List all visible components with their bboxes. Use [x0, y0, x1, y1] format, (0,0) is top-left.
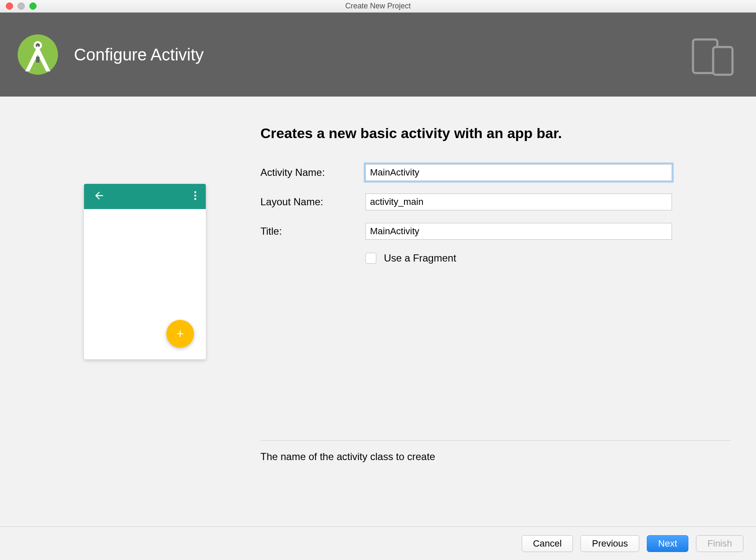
help-text: The name of the activity class to create — [260, 451, 731, 463]
preview-appbar — [84, 184, 206, 209]
window-title: Create New Project — [0, 2, 756, 10]
titlebar: Create New Project — [0, 0, 756, 13]
wizard-body: Creates a new basic activity with an app… — [0, 97, 756, 526]
form-factor-icon — [690, 37, 737, 81]
form-heading: Creates a new basic activity with an app… — [260, 125, 731, 141]
wizard-footer: Cancel Previous Next Finish — [0, 526, 756, 560]
back-arrow-icon — [93, 190, 105, 203]
form: Creates a new basic activity with an app… — [260, 125, 731, 463]
title-input[interactable] — [365, 223, 672, 240]
layout-name-label: Layout Name: — [260, 196, 365, 208]
maximize-icon[interactable] — [29, 3, 37, 10]
row-layout-name: Layout Name: — [260, 194, 731, 210]
android-studio-logo-icon — [17, 34, 59, 76]
svg-rect-5 — [713, 47, 732, 75]
row-use-fragment: Use a Fragment — [365, 252, 731, 264]
fab-icon — [166, 320, 194, 348]
use-fragment-checkbox[interactable] — [365, 253, 376, 264]
row-title: Title: — [260, 223, 731, 240]
activity-name-input[interactable] — [365, 164, 672, 181]
svg-point-6 — [194, 191, 197, 194]
page-title: Configure Activity — [74, 45, 204, 64]
use-fragment-label: Use a Fragment — [384, 252, 456, 264]
previous-button[interactable]: Previous — [580, 535, 639, 552]
minimize-icon[interactable] — [18, 3, 25, 10]
close-icon[interactable] — [6, 3, 13, 10]
finish-button: Finish — [696, 535, 743, 552]
row-activity-name: Activity Name: — [260, 164, 731, 181]
next-button[interactable]: Next — [647, 535, 688, 552]
activity-preview — [84, 184, 206, 359]
cancel-button[interactable]: Cancel — [522, 535, 573, 552]
layout-name-input[interactable] — [365, 194, 672, 210]
help-divider — [260, 440, 731, 441]
svg-rect-3 — [36, 57, 39, 63]
svg-point-8 — [194, 198, 197, 200]
activity-name-label: Activity Name: — [260, 167, 365, 178]
wizard-header: Configure Activity — [0, 13, 756, 97]
overflow-menu-icon — [194, 191, 197, 202]
window-controls — [0, 3, 37, 10]
title-label: Title: — [260, 225, 365, 237]
svg-point-7 — [194, 195, 197, 197]
